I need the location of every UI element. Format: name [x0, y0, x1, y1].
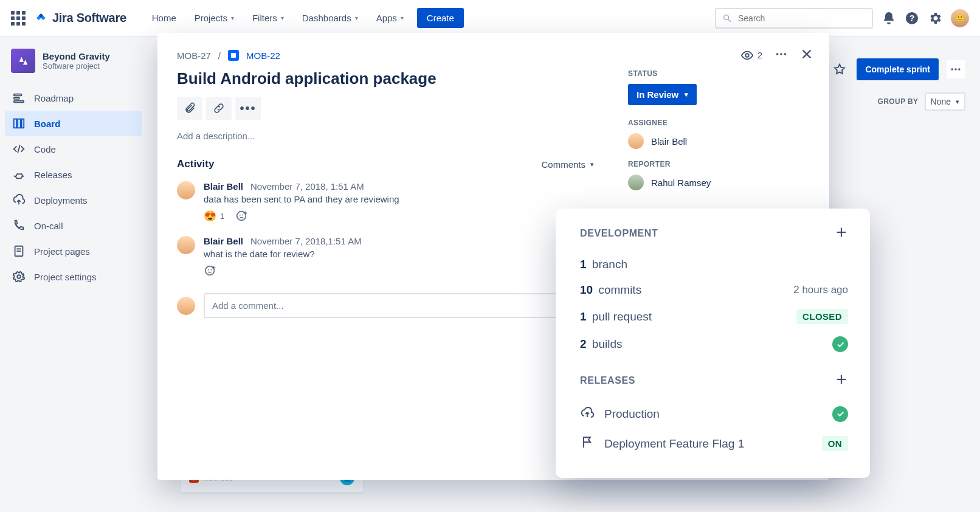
svg-point-30	[784, 53, 787, 55]
svg-rect-9	[22, 119, 24, 128]
star-icon[interactable]	[830, 60, 849, 79]
flag-icon	[580, 435, 596, 452]
dev-commits-row[interactable]: 10 commits2 hours ago	[580, 277, 848, 303]
assignee-field[interactable]: Blair Bell	[628, 133, 811, 149]
add-reaction-icon[interactable]	[204, 264, 217, 277]
reaction[interactable]: 😍1	[204, 210, 224, 223]
nav-home[interactable]: Home	[145, 8, 184, 28]
comment-body: what is the date for review?	[204, 249, 594, 259]
settings-icon[interactable]	[928, 11, 942, 26]
comment-author[interactable]: Blair Bell	[204, 236, 243, 246]
svg-point-29	[780, 53, 782, 55]
svg-rect-8	[18, 119, 21, 128]
add-release-icon[interactable]	[835, 373, 848, 388]
project-name: Beyond Gravity	[43, 51, 110, 61]
release-production-row[interactable]: Production	[580, 399, 848, 429]
add-reaction-icon[interactable]	[235, 209, 249, 223]
complete-sprint-button[interactable]: Complete sprint	[857, 58, 939, 80]
sidebar-item-releases[interactable]: Releases	[5, 162, 142, 187]
search-input[interactable]	[737, 13, 866, 24]
cloud-upload-icon	[580, 405, 596, 423]
release-flag-row[interactable]: Deployment Feature Flag 1 ON	[580, 429, 848, 458]
svg-point-15	[954, 68, 956, 70]
close-icon[interactable]	[800, 47, 813, 63]
pr-status-badge: CLOSED	[796, 309, 848, 324]
activity-heading: Activity	[177, 158, 214, 170]
code-icon	[12, 142, 26, 156]
comment-date: November 7, 2018, 1:51 AM	[250, 181, 364, 192]
sidebar-item-code[interactable]: Code	[5, 136, 142, 162]
assignee-label: ASSIGNEE	[628, 119, 811, 127]
reporter-label: REPORTER	[628, 160, 811, 168]
svg-point-13	[17, 275, 21, 278]
nav-apps[interactable]: Apps▾	[369, 8, 411, 28]
issue-key[interactable]: MOB-22	[246, 50, 280, 61]
svg-line-1	[728, 19, 731, 22]
top-nav: Jira Software Home Projects▾ Filters▾ Da…	[0, 0, 980, 36]
releases-icon	[12, 168, 26, 181]
comment-avatar[interactable]	[177, 236, 195, 254]
link-button[interactable]	[206, 97, 232, 120]
comment-date: November 7, 2018,1:51 AM	[250, 236, 362, 246]
watchers[interactable]: 2	[740, 49, 762, 62]
nav-dashboards[interactable]: Dashboards▾	[295, 8, 365, 28]
assignee-avatar	[628, 133, 644, 149]
reporter-field[interactable]: Rahul Ramsey	[628, 175, 811, 190]
dev-pr-row[interactable]: 1 pull requestCLOSED	[580, 303, 848, 330]
sidebar-item-deployments[interactable]: Deployments	[5, 187, 142, 213]
profile-avatar[interactable]: 🙂	[951, 9, 969, 27]
comment-author[interactable]: Blair Bell	[204, 181, 243, 192]
issue-actions-icon[interactable]	[775, 47, 788, 63]
sidebar-item-settings[interactable]: Project settings	[5, 264, 142, 289]
nav-projects[interactable]: Projects▾	[187, 8, 241, 28]
breadcrumb: MOB-27 / MOB-22	[177, 50, 594, 61]
dev-branch-row[interactable]: 1 branch	[580, 252, 848, 277]
gear-icon	[12, 270, 26, 283]
project-icon	[11, 49, 35, 73]
status-dropdown[interactable]: In Review▾	[628, 84, 697, 105]
app-switcher-icon[interactable]	[11, 11, 26, 26]
group-by-label: GROUP BY	[878, 97, 919, 106]
releases-heading: RELEASES	[580, 375, 635, 386]
dev-builds-row[interactable]: 2 builds	[580, 330, 848, 358]
attach-button[interactable]	[177, 97, 202, 120]
sidebar-item-board[interactable]: Board	[5, 111, 142, 136]
link-icon	[213, 102, 225, 114]
issue-title[interactable]: Build Android application package	[177, 69, 594, 88]
nav-filters[interactable]: Filters▾	[245, 8, 291, 28]
comment-avatar[interactable]	[177, 181, 195, 199]
sidebar-item-oncall[interactable]: On-call	[5, 213, 142, 238]
success-check-icon	[832, 406, 848, 422]
project-header[interactable]: Beyond Gravity Software project	[5, 49, 142, 85]
parent-issue-link[interactable]: MOB-27	[177, 50, 211, 61]
development-panel: DEVELOPMENT 1 branch 10 commits2 hours a…	[556, 209, 870, 478]
product-logo[interactable]: Jira Software	[35, 11, 126, 25]
sidebar-item-pages[interactable]: Project pages	[5, 238, 142, 264]
add-comment-input[interactable]: Add a comment...	[204, 293, 594, 318]
svg-rect-5	[14, 97, 19, 99]
product-name: Jira Software	[52, 11, 126, 25]
pages-icon	[12, 244, 26, 258]
notifications-icon[interactable]	[882, 11, 896, 26]
help-icon[interactable]: ?	[905, 11, 919, 26]
global-search[interactable]	[715, 8, 873, 29]
sidebar-item-roadmap[interactable]: Roadmap	[5, 85, 142, 111]
svg-point-27	[745, 54, 749, 57]
more-icon: •••	[240, 102, 256, 114]
activity-filter[interactable]: Comments▾	[541, 159, 594, 170]
add-development-icon[interactable]	[835, 226, 848, 241]
issue-more-button[interactable]: •••	[235, 97, 261, 120]
svg-text:?: ?	[909, 13, 915, 23]
create-button[interactable]: Create	[417, 8, 464, 28]
board-more-icon[interactable]	[946, 60, 965, 79]
development-heading: DEVELOPMENT	[580, 228, 658, 239]
comment-body: data has been sent to PA and they are re…	[204, 194, 594, 204]
group-by-select[interactable]: None▾	[925, 92, 965, 111]
svg-rect-4	[14, 94, 22, 96]
project-sidebar: Beyond Gravity Software project Roadmap …	[0, 36, 147, 512]
description-placeholder[interactable]: Add a description...	[177, 131, 594, 141]
board-icon	[12, 117, 26, 130]
attachment-icon	[184, 102, 196, 114]
search-icon	[722, 13, 732, 23]
comment: Blair BellNovember 7, 2018,1:51 AM what …	[177, 236, 594, 277]
